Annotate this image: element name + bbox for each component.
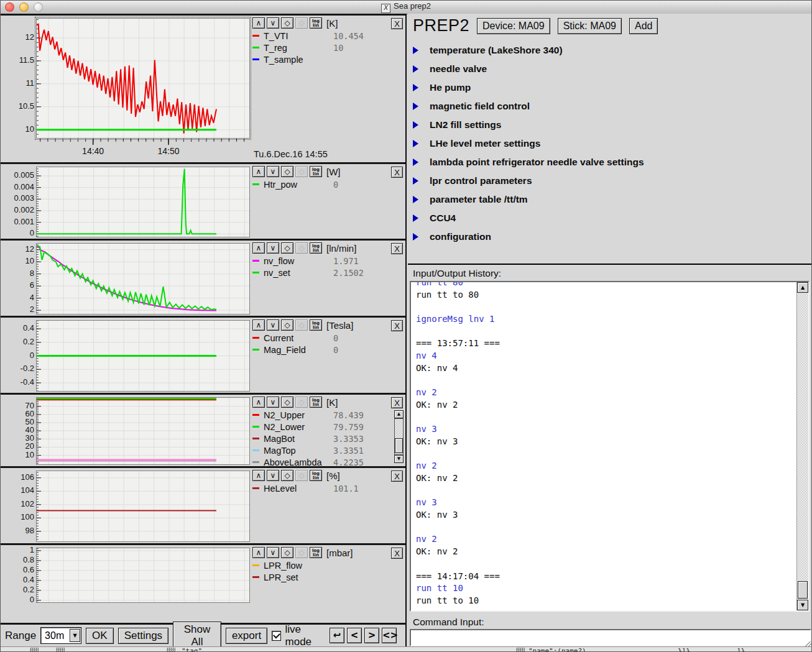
scale-up-button[interactable]: ∧ <box>252 242 265 254</box>
scrollbar-down-button[interactable]: ▼ <box>797 600 808 610</box>
settings-button[interactable]: Settings <box>118 628 168 644</box>
legend-color-dash <box>252 426 259 428</box>
scale-up-button[interactable]: ∧ <box>252 547 265 558</box>
chart-plot-he-level[interactable] <box>36 471 250 542</box>
y-tick-label: 98 <box>25 526 34 535</box>
close-panel-button[interactable]: X <box>391 167 403 178</box>
close-panel-button[interactable]: X <box>391 18 403 29</box>
sidebar-item-he-pump[interactable]: He pump <box>413 78 807 97</box>
device-button[interactable]: Device: MA09 <box>477 18 550 34</box>
autoscale-button[interactable]: ◇ <box>281 242 293 254</box>
scale-up-button[interactable]: ∧ <box>252 166 265 177</box>
y-tick-label: 100 <box>21 512 34 521</box>
history-response-line <box>416 521 795 534</box>
live-mode-checkbox[interactable] <box>272 631 280 641</box>
close-panel-button[interactable]: X <box>391 471 403 482</box>
export-button[interactable]: export <box>226 628 267 644</box>
scale-down-button[interactable]: ∨ <box>267 166 279 177</box>
show-all-button[interactable]: Show All <box>173 622 221 650</box>
close-panel-button[interactable]: X <box>391 548 403 559</box>
chart-plot-magnetic-field[interactable] <box>36 320 250 392</box>
legend-scrollbar-up-button[interactable]: ▲ <box>394 410 404 418</box>
scale-down-button[interactable]: ∨ <box>267 547 279 558</box>
sidebar-item-needle-valve[interactable]: needle valve <box>413 60 807 78</box>
scale-down-button[interactable]: ∨ <box>267 470 279 481</box>
log-lin-button[interactable]: loglin <box>310 17 322 29</box>
sidebar-item-parameter-table-tt-tm[interactable]: parameter table /tt/tm <box>413 190 807 209</box>
scale-down-button[interactable]: ∨ <box>267 319 279 331</box>
close-panel-button[interactable]: X <box>391 320 403 331</box>
scale-down-button[interactable]: ∨ <box>267 397 279 408</box>
autoscale-button[interactable]: ◇ <box>281 397 293 408</box>
y-tick-label: 0 <box>30 351 34 360</box>
sidebar-item-lambda-point-refrigerator-needle-valve-settings[interactable]: lambda point refrigerator needle valve s… <box>413 153 807 172</box>
pan-left-button[interactable]: < <box>347 628 362 643</box>
range-select[interactable]: 30m ▼ <box>40 627 81 644</box>
y-tick-label: 12 <box>25 244 34 254</box>
lin-label: lin <box>310 476 321 480</box>
close-panel-button[interactable]: X <box>391 243 403 254</box>
autoscale-disabled-button: ◇ <box>295 397 308 408</box>
chart-plot-heater-power[interactable] <box>36 167 250 237</box>
scale-up-button[interactable]: ∧ <box>252 17 265 29</box>
log-lin-button[interactable]: loglin <box>310 470 322 481</box>
range-label: Range <box>5 630 36 642</box>
x11-icon: X <box>381 4 390 13</box>
chart-button-row: ∧∨◇◇loglin[mbar] <box>252 547 403 559</box>
expand-triangle-icon <box>413 140 424 147</box>
log-lin-button[interactable]: loglin <box>310 166 322 177</box>
scale-down-button[interactable]: ∨ <box>267 242 279 254</box>
ok-button[interactable]: OK <box>86 628 114 644</box>
window-titlebar[interactable]: XSea prep2 <box>0 0 812 14</box>
io-history-scrollbar[interactable]: ▲ ▼ <box>796 282 808 610</box>
sidebar-item-ccu4[interactable]: CCU4 <box>413 209 807 227</box>
scale-up-button[interactable]: ∧ <box>252 470 265 481</box>
legend-scrollbar[interactable]: ▲▼ <box>394 410 404 463</box>
sidebar-item-magnetic-field-control[interactable]: magnetic field control <box>413 97 807 116</box>
io-history-box[interactable]: run tt 80run tt to 80ignoreMsg lnv 1=== … <box>410 281 810 612</box>
sidebar-item-lhe-level-meter-settings[interactable]: LHe level meter settings <box>413 134 807 153</box>
scrollbar-up-button[interactable]: ▲ <box>797 282 808 293</box>
chart-plot-temperature[interactable] <box>36 18 250 139</box>
y-tick-label: 20 <box>25 441 34 451</box>
chart-plot-lpr[interactable] <box>36 548 250 603</box>
scale-up-button[interactable]: ∧ <box>252 319 265 331</box>
legend-scrollbar-down-button[interactable]: ▼ <box>394 455 404 463</box>
sidebar-item-lpr-control-parameters[interactable]: lpr control parameters <box>413 172 807 190</box>
autoscale-button[interactable]: ◇ <box>281 470 293 481</box>
log-lin-button[interactable]: loglin <box>310 397 322 408</box>
history-response-line: OK: nv 2 <box>416 472 795 485</box>
range-dropdown-button[interactable]: ▼ <box>70 629 80 642</box>
command-input[interactable] <box>410 629 811 646</box>
close-panel-button[interactable]: X <box>391 397 403 408</box>
add-button[interactable]: Add <box>629 18 658 34</box>
y-tick-label: 0.002 <box>14 205 34 214</box>
log-lin-button[interactable]: loglin <box>310 319 322 331</box>
sidebar-item-temperature-lakeshore-340[interactable]: temperature (LakeShore 340) <box>413 41 807 60</box>
chart-plot-cryostat-temperatures[interactable] <box>36 397 250 465</box>
section-label: LN2 fill settings <box>430 119 501 131</box>
autoscale-disabled-button: ◇ <box>295 547 308 558</box>
sidebar-item-ln2-fill-settings[interactable]: LN2 fill settings <box>413 116 807 134</box>
log-lin-button[interactable]: loglin <box>310 242 322 254</box>
zoom-out-button[interactable]: <> <box>382 628 397 643</box>
refresh-button[interactable]: ↩ <box>330 628 344 643</box>
log-lin-button[interactable]: loglin <box>310 547 322 558</box>
pan-right-button[interactable]: > <box>364 628 379 643</box>
scrollbar-thumb[interactable] <box>798 581 808 599</box>
stick-button[interactable]: Stick: MA09 <box>558 18 622 34</box>
history-response-line <box>416 448 795 461</box>
autoscale-button[interactable]: ◇ <box>281 17 293 29</box>
scale-up-button[interactable]: ∧ <box>252 397 265 408</box>
autoscale-button[interactable]: ◇ <box>281 547 293 558</box>
y-tick-label: 0.004 <box>14 182 34 191</box>
legend-series-name: T_reg <box>264 43 333 53</box>
legend-series-name: N2_Upper <box>264 410 333 420</box>
checkmark-icon <box>273 631 280 638</box>
autoscale-button[interactable]: ◇ <box>281 319 293 331</box>
autoscale-button[interactable]: ◇ <box>281 166 293 177</box>
legend-scrollbar-thumb[interactable] <box>395 438 403 453</box>
scale-down-button[interactable]: ∨ <box>267 17 279 29</box>
sidebar-item-configuration[interactable]: configuration <box>413 227 807 246</box>
chart-plot-needle-valve-flow[interactable] <box>36 243 250 315</box>
